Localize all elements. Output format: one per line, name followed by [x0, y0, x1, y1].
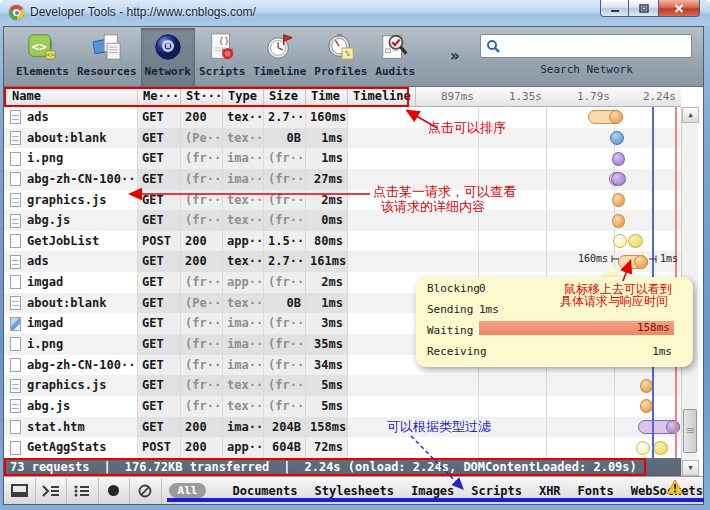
- column-header-st[interactable]: St···: [181, 87, 223, 106]
- filter-documents[interactable]: Documents: [232, 484, 297, 498]
- request-time: 161ms: [306, 251, 348, 272]
- filter-stylesheets[interactable]: Stylesheets: [314, 484, 393, 498]
- document-file-icon: [10, 441, 21, 455]
- tab-label: Elements: [16, 65, 69, 78]
- request-name-cell[interactable]: graphics.js: [4, 375, 138, 396]
- overflow-chevron[interactable]: »: [450, 47, 460, 65]
- request-status: 200: [181, 251, 223, 272]
- filter-scripts[interactable]: Scripts: [471, 484, 522, 498]
- request-name-cell[interactable]: imgad: [4, 313, 138, 334]
- table-row[interactable]: i.pngGET(fr···ima···(fr···1ms: [4, 148, 681, 169]
- column-header-time[interactable]: Time: [306, 87, 348, 106]
- timeline-scale-label: 1.35s: [482, 90, 542, 103]
- table-row[interactable]: stat.htmGET200ima···204B158ms: [4, 417, 681, 438]
- request-status: (fr···: [181, 169, 223, 190]
- timeline-bar[interactable]: [628, 234, 643, 248]
- clear-button[interactable]: [130, 478, 162, 504]
- column-header-name[interactable]: Name: [4, 87, 138, 106]
- requests-count: 73 requests: [10, 460, 89, 474]
- table-row[interactable]: abg.jsGET(fr···tex···(fr···0ms: [4, 210, 681, 231]
- filter-xhr[interactable]: XHR: [539, 484, 561, 498]
- timeline-bar[interactable]: [638, 420, 680, 434]
- timeline-bar[interactable]: [611, 172, 626, 186]
- tab-elements[interactable]: <><>Elements: [12, 28, 73, 86]
- filter-fonts[interactable]: Fonts: [578, 484, 614, 498]
- timeline-bar[interactable]: [613, 234, 627, 248]
- list-view-button[interactable]: [67, 478, 99, 504]
- tab-label: Timeline: [253, 65, 306, 78]
- timeline-bar[interactable]: [618, 255, 648, 269]
- column-header-me[interactable]: Me···: [138, 87, 181, 106]
- request-name-cell[interactable]: ads: [4, 107, 138, 128]
- request-status: (Pe···: [181, 128, 223, 149]
- console-button[interactable]: [36, 478, 68, 504]
- request-name-cell[interactable]: graphics.js: [4, 190, 138, 211]
- request-name-cell[interactable]: ads: [4, 251, 138, 272]
- timeline-bar[interactable]: [612, 152, 625, 166]
- request-name-cell[interactable]: about:blank: [4, 293, 138, 314]
- tab-timeline[interactable]: Timeline: [249, 28, 310, 86]
- timeline-bar[interactable]: [653, 441, 668, 455]
- timeline-bar[interactable]: [612, 214, 625, 228]
- request-name: ads: [27, 107, 49, 128]
- request-name-cell[interactable]: abg-zh-CN-100···: [4, 355, 138, 376]
- request-name: graphics.js: [27, 375, 106, 396]
- search-network-label: Search Network: [504, 63, 669, 76]
- request-name-cell[interactable]: abg.js: [4, 396, 138, 417]
- column-header-type[interactable]: Type: [223, 87, 264, 106]
- request-status: (fr···: [181, 355, 223, 376]
- request-size: (fr···: [264, 375, 306, 396]
- request-type: ima···: [223, 355, 264, 376]
- timeline-bar[interactable]: [612, 193, 625, 207]
- request-name-cell[interactable]: abg-zh-CN-100···: [4, 169, 138, 190]
- request-name-cell[interactable]: GetAggStats: [4, 437, 138, 458]
- timeline-bar[interactable]: [610, 131, 624, 145]
- tab-scripts[interactable]: {}Scripts: [195, 28, 249, 86]
- tab-network[interactable]: Network: [141, 28, 195, 86]
- scroll-up-button[interactable]: ▲: [682, 107, 699, 123]
- filter-all-button[interactable]: All: [169, 483, 207, 498]
- document-file-icon: [10, 214, 21, 228]
- minimize-button[interactable]: [600, 0, 629, 17]
- request-name-cell[interactable]: about:blank: [4, 128, 138, 149]
- tooltip-label-sending: Sending: [427, 303, 473, 316]
- request-status: (fr···: [181, 313, 223, 334]
- search-input[interactable]: [505, 37, 689, 57]
- tab-profiles[interactable]: %Profiles: [310, 28, 371, 86]
- request-name-cell[interactable]: abg.js: [4, 210, 138, 231]
- close-button[interactable]: [658, 0, 700, 17]
- scroll-down-button[interactable]: ▼: [682, 460, 699, 476]
- timeline-bar[interactable]: [588, 110, 623, 124]
- request-name: abg.js: [27, 396, 70, 417]
- table-row[interactable]: about:blankGET(Pe···tex···0B1ms: [4, 128, 681, 149]
- search-box[interactable]: [480, 34, 692, 58]
- record-button[interactable]: [99, 478, 131, 504]
- table-row[interactable]: abg-zh-CN-100···GET(fr···ima···(fr···27m…: [4, 169, 681, 190]
- request-name-cell[interactable]: imgad: [4, 272, 138, 293]
- request-method: GET: [138, 313, 181, 334]
- request-name-cell[interactable]: stat.htm: [4, 417, 138, 438]
- request-status: (fr···: [181, 334, 223, 355]
- request-time: 158ms: [306, 417, 348, 438]
- document-file-icon: [10, 152, 21, 166]
- tab-resources[interactable]: Resources: [73, 28, 141, 86]
- table-row[interactable]: GetAggStatsPOST200app···604B72ms: [4, 437, 681, 458]
- dock-button[interactable]: [4, 478, 36, 504]
- filter-images[interactable]: Images: [411, 484, 454, 498]
- table-row[interactable]: adsGET200tex···2.7···160ms: [4, 107, 681, 128]
- table-row[interactable]: abg.jsGET(fr···tex···(fr···5ms: [4, 396, 681, 417]
- table-row[interactable]: graphics.jsGET(fr···tex···(fr···2ms: [4, 190, 681, 211]
- request-name-cell[interactable]: i.png: [4, 148, 138, 169]
- tab-audits[interactable]: Audits: [371, 28, 419, 86]
- table-row[interactable]: GetJobListPOST200app···1.5···80ms: [4, 231, 681, 252]
- timeline-bar[interactable]: [636, 441, 650, 455]
- column-header-size[interactable]: Size: [264, 87, 306, 106]
- request-name-cell[interactable]: i.png: [4, 334, 138, 355]
- document-file-icon: [10, 337, 21, 351]
- scrollbar-thumb[interactable]: [683, 409, 697, 453]
- maximize-button[interactable]: [629, 0, 658, 17]
- request-name-cell[interactable]: GetJobList: [4, 231, 138, 252]
- column-header-timeline[interactable]: Timeline: [348, 87, 416, 106]
- table-row[interactable]: graphics.jsGET(fr···tex···(fr···5ms: [4, 375, 681, 396]
- request-time: 80ms: [306, 231, 348, 252]
